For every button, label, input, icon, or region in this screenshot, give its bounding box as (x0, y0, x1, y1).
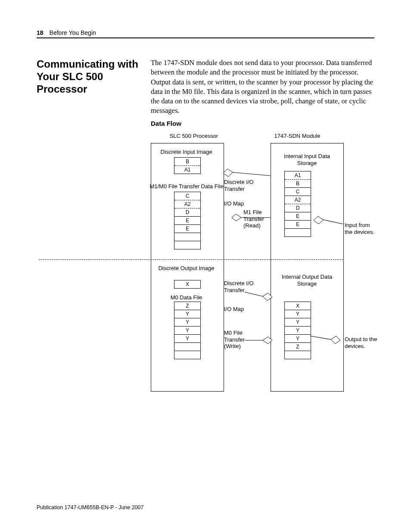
svg-line-0 (233, 172, 271, 176)
svg-marker-7 (263, 293, 272, 301)
svg-line-10 (310, 336, 331, 339)
chapter-name: Before You Begin (50, 29, 96, 36)
svg-marker-9 (263, 337, 272, 344)
svg-line-4 (323, 220, 343, 224)
data-flow-diagram: SLC 500 Processor 1747-SDN Module Discre… (151, 129, 375, 396)
running-header: 18 Before You Begin (37, 29, 374, 36)
svg-marker-3 (232, 214, 241, 221)
arrow-overlay (151, 129, 375, 396)
header-rule (37, 37, 374, 38)
svg-marker-11 (331, 336, 340, 344)
footer-publication: Publication 1747-UM655B-EN-P - June 2007 (37, 504, 144, 510)
data-flow-heading: Data Flow (151, 120, 181, 127)
page-number: 18 (37, 29, 44, 36)
svg-marker-1 (223, 169, 233, 177)
svg-line-6 (245, 292, 263, 296)
svg-marker-5 (314, 216, 323, 224)
section-heading: Communicating with Your SLC 500 Processo… (37, 58, 144, 95)
body-paragraph: The 1747-SDN module does not send data t… (151, 58, 374, 116)
